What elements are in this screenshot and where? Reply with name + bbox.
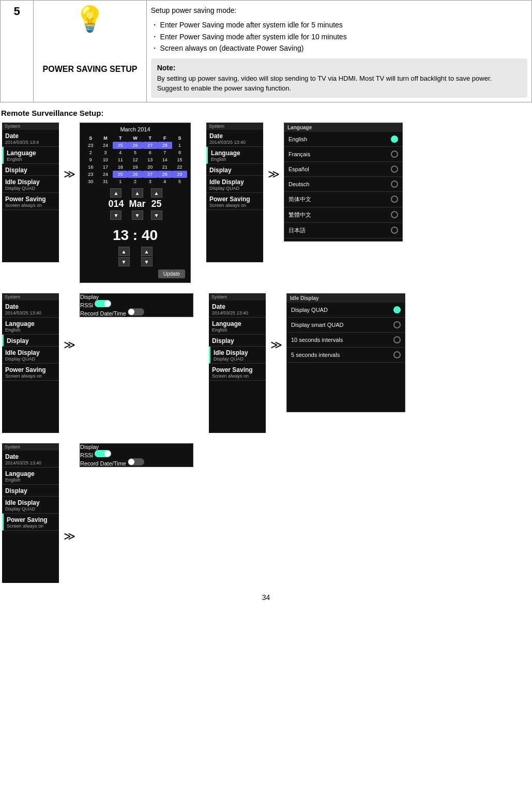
cal-day-cell[interactable]: 24: [98, 142, 113, 149]
idle-option[interactable]: Display smart QUAD: [287, 318, 405, 333]
cal-day-cell[interactable]: 23: [83, 171, 98, 178]
radio-dot: [391, 136, 398, 143]
power-datetime-toggle[interactable]: [128, 458, 144, 466]
cal-day-cell[interactable]: 2: [83, 149, 98, 156]
screenshots-grid: System Date 2014/03/25 13:4 Language Eng…: [0, 123, 532, 583]
cal-th-s: S: [83, 134, 98, 142]
feature-icon-cell: 💡 POWER SAVING SETUP: [34, 1, 146, 102]
year-down[interactable]: ▼: [110, 211, 121, 220]
cal-day-cell[interactable]: 3: [143, 178, 158, 185]
cal-day-cell[interactable]: 27: [143, 142, 158, 149]
cal-day-cell[interactable]: 30: [83, 178, 98, 185]
language-option[interactable]: English: [284, 132, 402, 147]
radio-dot: [391, 151, 398, 158]
cal-day-cell[interactable]: 15: [172, 156, 187, 163]
arrow-right-1: ≫: [59, 164, 80, 185]
hour-up[interactable]: ▲: [118, 247, 130, 256]
cal-day-cell[interactable]: 17: [98, 163, 113, 171]
min-down[interactable]: ▼: [141, 257, 153, 266]
cal-day-cell[interactable]: 18: [113, 163, 128, 171]
radio-dot: [391, 196, 398, 203]
language-option[interactable]: 日本語: [284, 223, 402, 238]
cal-day-cell[interactable]: 8: [172, 149, 187, 156]
power-rssi-toggle[interactable]: [95, 450, 111, 457]
cal-day-cell[interactable]: 7: [158, 149, 173, 156]
cal-day-cell[interactable]: 11: [113, 156, 128, 163]
radio-dot: [393, 336, 401, 343]
cal-day-cell[interactable]: 28: [158, 142, 173, 149]
cal-day-cell[interactable]: 9: [83, 156, 98, 163]
power-display-popup: Display RSSi Record Date/Time: [80, 443, 193, 467]
cal-year: 014: [108, 199, 124, 209]
radio-dot: [391, 166, 398, 173]
cal-day-cell[interactable]: 1: [172, 142, 187, 149]
cal-day-cell[interactable]: 4: [113, 149, 128, 156]
cal-day-cell[interactable]: 27: [143, 171, 158, 178]
cal-day-cell[interactable]: 5: [128, 149, 143, 156]
screenshots-row-2: System Date 2014/03/25 13:40 Language En…: [2, 293, 530, 433]
min-up[interactable]: ▲: [141, 247, 153, 256]
language-option[interactable]: Deutsch: [284, 177, 402, 192]
cal-day-cell[interactable]: 31: [98, 178, 113, 185]
cal-day-cell[interactable]: 1: [113, 178, 128, 185]
display-item-rssi: RSSi: [80, 300, 193, 308]
sys-header-4: System: [209, 293, 266, 301]
idle-option[interactable]: Display QUAD: [287, 303, 405, 318]
update-button[interactable]: Update: [158, 269, 185, 278]
cal-day-cell[interactable]: 16: [83, 163, 98, 171]
month-down[interactable]: ▼: [132, 211, 143, 220]
cal-day-cell[interactable]: 19: [128, 163, 143, 171]
device-screen-4: System Date 2014/03/25 13:40 Language En…: [209, 293, 266, 433]
cal-day-cell[interactable]: 14: [158, 156, 173, 163]
day-up[interactable]: ▲: [151, 188, 162, 198]
note-text: By setting up power saving, video will s…: [157, 73, 521, 94]
cal-day-cell[interactable]: 26: [128, 171, 143, 178]
cal-day-cell[interactable]: 24: [98, 171, 113, 178]
idle-option[interactable]: 5 seconds intervals: [287, 348, 405, 363]
cal-day-cell[interactable]: 21: [158, 163, 173, 171]
device-group-1: System Date 2014/03/25 13:4 Language Eng…: [2, 123, 191, 283]
day-down[interactable]: ▼: [151, 211, 162, 220]
sys-header-1: System: [2, 123, 59, 130]
cal-day-cell[interactable]: 6: [143, 149, 158, 156]
language-option[interactable]: 繁體中文: [284, 207, 402, 223]
cal-day-cell[interactable]: 25: [113, 142, 128, 149]
cal-day-cell[interactable]: 26: [128, 142, 143, 149]
bullet-2: Enter Power Saving mode after system idl…: [151, 31, 527, 42]
cal-day-cell[interactable]: 28: [158, 171, 173, 178]
language-option[interactable]: Français: [284, 147, 402, 162]
cal-day-cell[interactable]: 4: [158, 178, 173, 185]
cal-day-cell[interactable]: 12: [128, 156, 143, 163]
month-up[interactable]: ▲: [132, 188, 143, 198]
language-option[interactable]: 简体中文: [284, 192, 402, 207]
device-screen-1: System Date 2014/03/25 13:4 Language Eng…: [2, 123, 59, 262]
cal-th-t2: T: [143, 134, 158, 142]
cal-day-cell[interactable]: 2: [128, 178, 143, 185]
year-up[interactable]: ▲: [110, 188, 121, 198]
cal-day-cell[interactable]: 13: [143, 156, 158, 163]
language-option[interactable]: Español: [284, 162, 402, 177]
cal-day-cell[interactable]: 3: [98, 149, 113, 156]
menu-date-1: Date 2014/03/25 13:4: [2, 130, 59, 147]
menu-lang-4: Language English: [209, 318, 266, 335]
radio-dot: [393, 321, 401, 328]
datetime-toggle[interactable]: [128, 308, 144, 316]
idle-option[interactable]: 10 seconds intervals: [287, 333, 405, 348]
device-screen-3: System Date 2014/03/25 13:40 Language En…: [2, 293, 59, 433]
power-item-rssi: RSSi: [80, 450, 193, 458]
cal-day-cell[interactable]: 29: [172, 171, 187, 178]
bullets-list: Enter Power Saving mode after system idl…: [151, 19, 527, 54]
cal-day-cell[interactable]: 25: [113, 171, 128, 178]
idle-display-popup: Idle Display Display QUADDisplay smart Q…: [286, 293, 405, 412]
cal-day-cell[interactable]: 5: [172, 178, 187, 185]
radio-dot: [391, 181, 398, 188]
feature-title: POWER SAVING SETUP: [38, 34, 142, 74]
cal-day-cell[interactable]: 23: [83, 142, 98, 149]
rssi-toggle[interactable]: [95, 300, 111, 307]
cal-day-cell[interactable]: 10: [98, 156, 113, 163]
sys-header-2: System: [206, 123, 263, 130]
display-item-datetime: Record Date/Time: [80, 308, 193, 317]
cal-day-cell[interactable]: 20: [143, 163, 158, 171]
hour-down[interactable]: ▼: [118, 257, 130, 266]
cal-day-cell[interactable]: 22: [172, 163, 187, 171]
